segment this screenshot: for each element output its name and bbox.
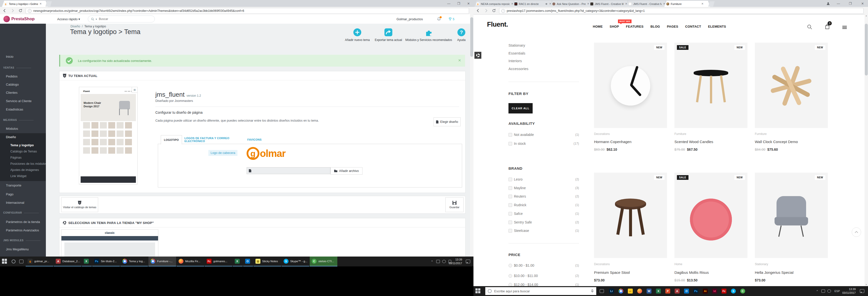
filter-brand-mayline[interactable]: Mayline(3) [508,186,579,190]
new-tab-button[interactable] [708,1,715,7]
filter-not-available[interactable]: Not available (1) [508,133,579,137]
product-category[interactable]: Decorations [594,132,667,136]
quick-access-menu[interactable]: Acceso rápido ▾ [57,17,80,21]
filter-price-2[interactable]: $10.00 - $11.00(2) [508,274,579,278]
product-category[interactable]: Home [675,262,747,266]
nav-features[interactable]: FEATURES [626,25,644,28]
app-access-icon[interactable]: A [673,289,682,294]
address-bar[interactable]: i newsgolmarproductos.es/golmar_producto… [26,8,469,14]
restore-button[interactable]: ❐ [454,0,464,7]
browser-tab[interactable]: g NEXA compacta reposici ✕ [474,1,516,7]
sidebar-item-pago[interactable]: Pago [6,193,13,196]
browser-tab[interactable]: g Tema y logotipo • Golma ✕ [2,1,48,7]
app-firefox-icon[interactable] [635,289,644,294]
app-powerpoint-icon[interactable]: P [663,289,672,294]
tab-close-icon[interactable]: ✕ [663,2,665,5]
nav-blog[interactable]: BLOG [651,25,660,28]
new-tab-button[interactable] [45,1,52,7]
browser-tab-active[interactable]: Furniture ✕ [664,1,710,7]
forward-icon[interactable] [484,8,488,13]
browser-tab[interactable]: Ask New Question - Pres ✕ [550,1,591,7]
tray-expand-icon[interactable]: ^ [815,290,820,293]
taskbar-button-stelsio[interactable]: Cstelsio CTI... [310,257,337,266]
clear-all-button[interactable]: CLEAR ALL [508,103,533,114]
sidebar-item-estadisticas[interactable]: Estadísticas [6,108,23,111]
ps-search-box[interactable]: ▾ [88,16,155,23]
cart-icon[interactable]: 0 [825,24,830,31]
export-theme-button[interactable]: Exportar tema actual [370,28,407,42]
tab-audio-icon[interactable] [545,3,548,5]
app-illustrator-icon[interactable]: Ai [701,289,710,294]
windows-search-box[interactable]: Escribe aquí para buscar [485,287,596,295]
taskbar-button-firefox[interactable]: Mozilla Fir... [177,257,204,266]
checkbox[interactable] [508,186,512,190]
taskbar-button-filezilla[interactable]: Fzgolmares... [205,257,232,266]
enlarge-preview-button[interactable]: ⊞ [132,87,137,93]
app-chrome-icon[interactable] [617,289,625,294]
app-outlook-icon[interactable]: O [682,289,691,294]
visit-theme-catalog-button[interactable]: 5 Visitar el catálogo de temas [61,197,98,212]
scroll-up-arrow[interactable]: ▲ [865,14,868,17]
action-center-icon[interactable] [465,260,471,263]
category-accessories[interactable]: Accessories [508,67,528,71]
filter-in-stock[interactable]: In stock (17) [508,142,579,146]
sidebar-item-posiciones[interactable]: Posiciones de los módulos [10,162,47,166]
minimize-button[interactable]: — [834,0,843,7]
product-name[interactable]: Premium Space Stool [594,270,667,274]
product-category[interactable]: Furniture [675,132,747,136]
taskbar-button-golmar[interactable]: ggolmar_pr... [26,257,53,266]
taskbar-button-photoshop[interactable]: PsSin título-2... [92,257,120,266]
add-file-button[interactable]: Añadir archivo [331,167,363,175]
sidebar-item-parametros-tienda[interactable]: Parámetros de la tienda [6,220,40,224]
tab-close-icon[interactable]: ✕ [39,2,42,5]
product-name[interactable]: Hella Jongerius Special [755,270,828,274]
nav-elements[interactable]: ELEMENTS [708,25,726,28]
prestashop-logo[interactable]: PrestaShop [11,17,34,22]
choose-layout-button[interactable]: Elegir diseño [434,117,461,126]
product-name[interactable]: Wall Clock Concept Demo [755,140,828,144]
sidebar-item-transporte[interactable]: Transporte [6,183,21,187]
breadcrumb-page[interactable]: Tema y logotipo [84,25,106,28]
profile-icon[interactable] [823,0,833,7]
modules-services-button[interactable]: Módulos y Servicios recomendados [403,28,454,42]
sidebar-item-diseno[interactable]: Diseño [6,135,16,139]
taskbar-button-skype[interactable]: SSkype™ - g... [282,257,309,266]
app-excel-icon[interactable]: X [654,289,663,294]
sidebar-item-paginas[interactable]: Páginas [10,156,22,159]
sidebar-item-pedidos[interactable]: Pedidos [6,75,18,78]
product-image-hormann-copenhagen[interactable]: NEW [594,43,667,128]
taskbar-button-tema[interactable]: Tema y log... [120,257,148,266]
task-view-icon[interactable] [598,289,605,293]
language-indicator[interactable]: ESP [833,290,841,293]
sidebar-item-clientes[interactable]: Clientes [6,91,18,94]
app-filezilla-icon[interactable]: Fz [719,289,728,294]
browser-tab[interactable]: RAC RAC1 en directe ✕ [513,1,553,7]
checkbox[interactable] [508,133,512,137]
product-name[interactable]: Scented Wood Candles [675,140,747,144]
product-category[interactable]: Furniture [755,132,828,136]
save-button[interactable]: Guardar [445,197,464,212]
forward-icon[interactable] [10,8,15,13]
checkbox[interactable] [508,203,512,207]
nav-shop[interactable]: SHOP [610,25,619,28]
menu-burger-icon[interactable] [842,25,847,30]
sidebar-item-internacional[interactable]: Internacional [6,201,24,205]
tab-favicons[interactable]: FAVICONS [247,135,262,144]
search-icon[interactable] [807,24,812,31]
sidebar-item-catalogo[interactable]: Catálogo [6,83,19,86]
minimize-button[interactable]: — [444,0,454,7]
filter-price-1[interactable]: $0.00 - $1.00(1) [508,263,579,268]
radio[interactable] [508,264,512,267]
product-image-premium-space-stool[interactable]: NEW [594,173,667,258]
microphone-icon[interactable] [591,289,594,293]
scrollbar-left[interactable] [470,14,473,257]
sidebar-item-tema-logotipo[interactable]: Tema y logotipo [10,144,34,147]
checkbox[interactable] [508,229,512,233]
logo-file-field[interactable] [247,167,331,174]
tab-invoice-email-logos[interactable]: LOGOS DE FACTURA Y CORREO ELECTRÓNICO [184,135,241,144]
tab-close-icon[interactable]: ✕ [549,2,551,5]
checkbox[interactable] [508,212,512,215]
scrollbar-thumb[interactable] [865,24,868,76]
cortana-search-icon[interactable] [10,260,17,263]
alert-close-icon[interactable]: ✕ [458,58,461,63]
